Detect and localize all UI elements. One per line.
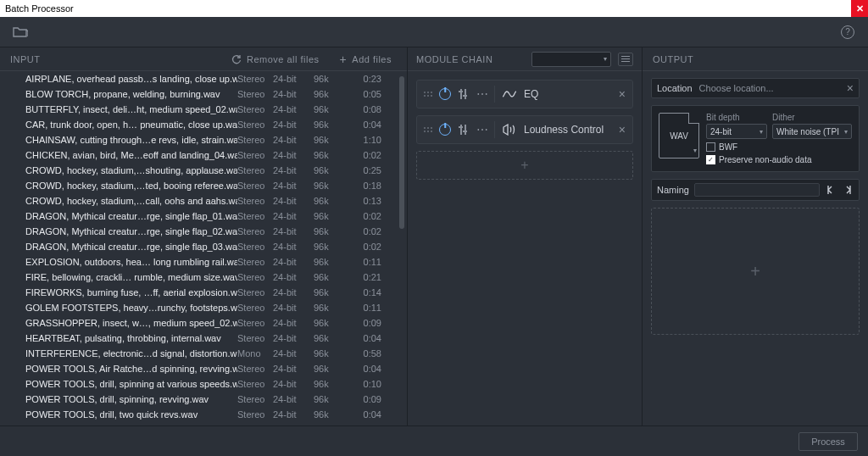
file-row[interactable]: CAR, trunk door, open, h… pneumatic, clo…	[0, 117, 407, 132]
file-row[interactable]: EXPLOSION, outdoors, hea… long rumbling …	[0, 254, 407, 270]
container-format-button[interactable]: WAV ▾	[659, 113, 699, 158]
file-name: INTERFERENCE, electronic…d signal, disto…	[25, 348, 237, 359]
drag-handle-icon[interactable]	[424, 127, 432, 132]
file-row[interactable]: BUTTERFLY, insect, deli…ht, medium speed…	[0, 102, 407, 117]
chain-preset-dropdown[interactable]: ▾	[531, 52, 611, 67]
module-eq[interactable]: ⋯EQ×	[416, 80, 633, 108]
file-name: CHICKEN, avian, bird, Me…eoff and landin…	[25, 150, 237, 160]
file-row[interactable]: CROWD, hockey, stadium,…ted, booing refe…	[0, 178, 407, 193]
drag-handle-icon[interactable]	[424, 92, 432, 97]
open-folder-button[interactable]	[10, 22, 31, 42]
output-location-row[interactable]: Location Choose location... ×	[651, 78, 860, 98]
help-button[interactable]: ?	[837, 22, 858, 42]
output-drop-zone[interactable]: +	[651, 208, 860, 335]
file-row[interactable]: CROWD, hockey, stadium,…shouting, applau…	[0, 163, 407, 178]
file-channels: Stereo	[237, 181, 273, 191]
checkbox-checked-icon: ✓	[706, 155, 715, 164]
file-channels: Stereo	[237, 120, 273, 130]
location-clear-button[interactable]: ×	[847, 81, 854, 95]
file-row[interactable]: GRASSHOPPER, insect, w…, medium speed_02…	[0, 315, 407, 331]
file-row[interactable]: CROWD, hockey, stadium,…call, oohs and a…	[0, 193, 407, 209]
file-row[interactable]: HEARTBEAT, pulsating, throbbing, interna…	[0, 331, 407, 346]
window-title: Batch Processor	[5, 3, 74, 14]
file-row[interactable]: CHICKEN, avian, bird, Me…eoff and landin…	[0, 147, 407, 163]
file-duration: 0:02	[344, 226, 381, 236]
module-settings-button[interactable]	[458, 124, 470, 136]
file-row[interactable]: POWER TOOLS, drill, two quick revs.wavSt…	[0, 407, 407, 422]
file-row[interactable]: GOLEM FOOTSTEPS, heavy…runchy, footsteps…	[0, 300, 407, 315]
file-bit-depth: 24-bit	[273, 318, 314, 328]
file-channels: Stereo	[237, 211, 273, 221]
file-duration: 0:04	[344, 409, 381, 420]
file-channels: Stereo	[237, 257, 273, 267]
naming-input[interactable]	[694, 183, 820, 197]
file-name: POWER TOOLS, drill, two quick revs.wav	[25, 409, 237, 420]
file-row[interactable]: POWER TOOLS, Air Ratche…d spinning, revv…	[0, 361, 407, 376]
file-channels: Stereo	[237, 318, 273, 328]
remove-all-files-button[interactable]: Remove all files	[226, 54, 325, 64]
bwf-checkbox[interactable]: BWF	[706, 142, 852, 152]
module-more-button[interactable]: ⋯	[476, 126, 487, 133]
file-name: CROWD, hockey, stadium,…ted, booing refe…	[25, 181, 237, 191]
file-row[interactable]: POWER TOOLS, drill, spinning at various …	[0, 376, 407, 392]
module-remove-button[interactable]: ×	[619, 123, 626, 136]
module-chain-header: MODULE CHAIN ▾	[408, 47, 642, 71]
file-duration: 0:18	[344, 181, 381, 191]
file-channels: Stereo	[237, 303, 273, 313]
bottom-bar: Process	[0, 425, 868, 456]
file-duration: 0:58	[344, 348, 381, 359]
dither-select[interactable]: White noise (TPI▾	[772, 124, 852, 139]
file-name: EXPLOSION, outdoors, hea… long rumbling …	[25, 257, 237, 267]
module-loudness-control[interactable]: ⋯Loudness Control×	[416, 115, 633, 144]
file-duration: 0:08	[344, 104, 381, 114]
output-naming-row: Naming	[651, 179, 860, 201]
file-channels: Stereo	[237, 135, 273, 145]
file-row[interactable]: DRAGON, Mythical creatur…rge, single fla…	[0, 224, 407, 239]
power-icon[interactable]	[439, 124, 451, 136]
file-duration: 0:25	[344, 165, 381, 175]
file-name: DRAGON, Mythical creatur…rge, single fla…	[25, 242, 237, 252]
file-sample-rate: 96k	[314, 242, 344, 252]
file-list[interactable]: AIRPLANE, overhead passb…s landing, clos…	[0, 71, 407, 425]
file-row[interactable]: AIRPLANE, overhead passb…s landing, clos…	[0, 71, 407, 86]
file-sample-rate: 96k	[314, 318, 344, 328]
file-channels: Stereo	[237, 196, 273, 206]
file-name: BLOW TORCH, propane, welding, burning.wa…	[25, 89, 237, 99]
file-row[interactable]: INTERFERENCE, electronic…d signal, disto…	[0, 346, 407, 361]
file-duration: 0:04	[344, 333, 381, 343]
file-row[interactable]: FIRE, bellowing, crackli… rumble, medium…	[0, 270, 407, 285]
input-panel: INPUT Remove all files + Add files AIRPL…	[0, 47, 407, 425]
file-name: POWER TOOLS, Air Ratche…d spinning, revv…	[25, 364, 237, 374]
file-duration: 0:02	[344, 211, 381, 221]
file-sample-rate: 96k	[314, 135, 344, 145]
file-row[interactable]: POWER TOOLS, drill, spinning, revving.wa…	[0, 392, 407, 407]
file-row[interactable]: DRAGON, Mythical creatur…rge, single fla…	[0, 209, 407, 224]
module-settings-button[interactable]	[458, 88, 470, 100]
file-row[interactable]: BLOW TORCH, propane, welding, burning.wa…	[0, 86, 407, 102]
window-close-button[interactable]: ✕	[851, 0, 868, 17]
module-add-drop-zone[interactable]: +	[416, 151, 633, 180]
file-bit-depth: 24-bit	[273, 181, 314, 191]
process-button[interactable]: Process	[798, 432, 858, 451]
plus-icon: +	[340, 54, 348, 64]
file-channels: Stereo	[237, 394, 273, 404]
file-row[interactable]: FIREWORKS, burning fuse, …ff, aerial exp…	[0, 285, 407, 300]
module-remove-button[interactable]: ×	[619, 87, 626, 101]
file-duration: 0:10	[344, 379, 381, 389]
file-sample-rate: 96k	[314, 409, 344, 420]
file-name: DRAGON, Mythical creatur…rge, single fla…	[25, 226, 237, 236]
preserve-nonaudio-checkbox[interactable]: ✓ Preserve non-audio data	[706, 155, 852, 164]
file-bit-depth: 24-bit	[273, 150, 314, 160]
file-row[interactable]: CHAINSAW, cutting through…e revs, idle, …	[0, 132, 407, 147]
naming-prefix-button[interactable]	[825, 184, 837, 196]
file-list-scrollbar[interactable]	[399, 76, 404, 229]
file-row[interactable]: DRAGON, Mythical creatur…rge, single fla…	[0, 239, 407, 254]
module-more-button[interactable]: ⋯	[476, 91, 487, 97]
power-icon[interactable]	[439, 88, 451, 100]
file-name: BUTTERFLY, insect, deli…ht, medium speed…	[25, 104, 237, 114]
chain-menu-button[interactable]	[618, 53, 633, 66]
add-files-button[interactable]: + Add files	[335, 54, 397, 64]
naming-suffix-button[interactable]	[842, 184, 854, 196]
bit-depth-select[interactable]: 24-bit▾	[706, 124, 767, 139]
module-chain-panel: MODULE CHAIN ▾ ⋯EQ×⋯Loudness Control×+	[407, 47, 643, 425]
